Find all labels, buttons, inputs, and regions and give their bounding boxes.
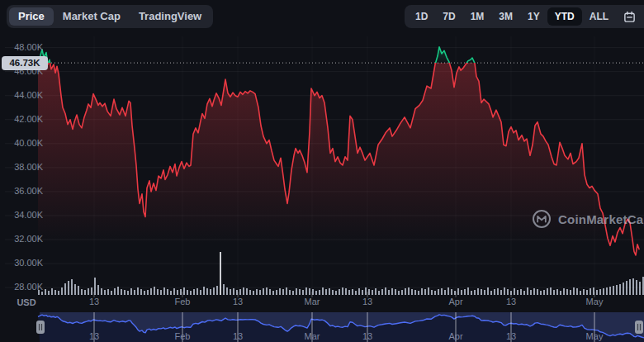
x-axis-label: 13	[495, 297, 528, 306]
navigator[interactable]	[36, 312, 644, 342]
coinmarketcap-watermark: CoinMarketCap	[532, 209, 644, 229]
navigator-axis-label: 13	[351, 331, 384, 341]
y-axis-label: 48.00K	[5, 42, 43, 52]
x-axis-label: Apr	[439, 297, 472, 306]
y-axis-label: 40.00K	[5, 138, 43, 148]
y-axis-label: 36.00K	[5, 186, 43, 196]
y-axis-label: 42.00K	[5, 114, 43, 124]
x-axis-label: May	[578, 297, 611, 306]
x-axis-label: 13	[221, 297, 254, 306]
y-axis-label: 38.00K	[5, 162, 43, 172]
navigator-axis-label: May	[578, 331, 611, 341]
price-area-below-reference	[38, 47, 639, 295]
navigator-axis-label: 13	[221, 331, 254, 341]
y-axis-label: 44.00K	[5, 90, 43, 100]
x-axis-label: Mar	[296, 297, 329, 306]
x-axis-label: 13	[351, 297, 384, 306]
coinmarketcap-price-chart-widget: PriceMarket CapTradingView 1D7D1M3M1YYTD…	[0, 0, 644, 342]
navigator-axis-label: 13	[78, 331, 111, 341]
watermark-text: CoinMarketCap	[558, 212, 644, 226]
x-axis-label: 13	[78, 297, 111, 306]
navigator-axis-label: Mar	[296, 331, 329, 341]
navigator-axis-label: Feb	[166, 331, 199, 341]
navigator-left-handle[interactable]	[36, 321, 45, 334]
y-axis-label: 32.00K	[5, 234, 43, 244]
current-price-badge: 46.73K	[2, 56, 48, 70]
x-axis-label: Feb	[166, 297, 199, 306]
navigator-right-handle[interactable]	[635, 321, 643, 334]
navigator-axis-label: Apr	[439, 331, 472, 341]
y-axis-label: 34.00K	[5, 210, 43, 220]
navigator-axis-label: 13	[495, 331, 528, 341]
y-axis-label: 28.00K	[5, 282, 43, 292]
price-chart	[0, 0, 644, 342]
coinmarketcap-logo-icon	[532, 209, 552, 229]
y-axis-unit-label: USD	[10, 297, 43, 307]
y-axis-label: 30.00K	[5, 258, 43, 268]
